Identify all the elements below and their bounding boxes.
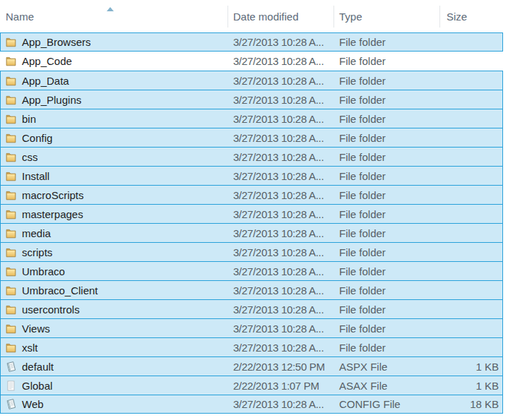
type-cell: File folder [333, 33, 439, 51]
type-cell: File folder [333, 319, 439, 337]
date-modified-cell: 3/27/2013 10:28 A... [228, 243, 333, 261]
file-rows: App_Browsers3/27/2013 10:28 A...File fol… [0, 32, 503, 414]
name-cell: App_Browsers [1, 33, 228, 51]
folder-icon [5, 342, 17, 354]
name-cell: scripts [1, 243, 228, 261]
date-modified-cell: 3/27/2013 10:28 A... [228, 395, 333, 413]
file-name: Umbraco_Client [22, 284, 98, 296]
file-row[interactable]: Config3/27/2013 10:28 A...File folder [0, 128, 503, 147]
column-header-name[interactable]: Name [6, 0, 218, 32]
type-cell: File folder [333, 52, 439, 71]
size-cell [439, 281, 502, 299]
type-cell: ASPX File [333, 357, 439, 376]
name-cell: App_Data [1, 71, 228, 90]
file-row[interactable]: bin3/27/2013 10:28 A...File folder [0, 109, 503, 128]
size-cell [439, 224, 502, 242]
folder-icon [5, 55, 17, 67]
folder-icon [5, 323, 17, 335]
column-label-type: Type [339, 11, 362, 23]
date-modified-cell: 2/22/2013 12:50 PM [228, 357, 333, 376]
folder-icon [5, 304, 17, 316]
type-cell: File folder [333, 71, 439, 90]
type-cell: File folder [333, 109, 439, 128]
file-name: Install [22, 170, 49, 182]
date-modified-cell: 3/27/2013 10:28 A... [228, 52, 333, 71]
type-cell: File folder [333, 300, 439, 318]
type-cell: File folder [333, 167, 439, 185]
date-modified-cell: 3/27/2013 10:28 A... [228, 281, 333, 299]
column-separator[interactable] [333, 6, 334, 28]
column-header-type[interactable]: Type [339, 0, 435, 32]
column-label-size: Size [447, 11, 467, 23]
file-row[interactable]: css3/27/2013 10:28 A...File folder [0, 147, 503, 166]
file-name: scripts [22, 246, 52, 258]
date-modified-cell: 3/27/2013 10:28 A... [228, 300, 333, 318]
date-modified-cell: 3/27/2013 10:28 A... [228, 90, 333, 109]
size-cell [439, 33, 502, 51]
file-name: default [22, 361, 54, 373]
name-cell: css [1, 148, 228, 166]
date-modified-cell: 3/27/2013 10:28 A... [228, 338, 333, 356]
file-row[interactable]: default2/22/2013 12:50 PMASPX File1 KB [0, 356, 503, 376]
size-cell [439, 300, 502, 318]
file-name: xslt [22, 342, 38, 354]
folder-icon [5, 132, 17, 144]
name-cell: App_Plugins [1, 90, 228, 109]
config-file-icon [5, 398, 17, 410]
type-cell: File folder [333, 338, 439, 356]
name-cell: media [1, 224, 228, 242]
date-modified-cell: 3/27/2013 10:28 A... [228, 71, 333, 90]
size-cell [439, 205, 502, 223]
name-cell: Global [1, 376, 228, 395]
file-row[interactable]: App_Code3/27/2013 10:28 A...File folder [0, 52, 503, 71]
folder-icon [5, 227, 17, 239]
file-row[interactable]: masterpages3/27/2013 10:28 A...File fold… [0, 204, 503, 223]
file-name: Global [22, 380, 52, 392]
size-cell [439, 148, 502, 166]
type-cell: File folder [333, 148, 439, 166]
date-modified-cell: 2/22/2013 1:07 PM [228, 376, 333, 395]
file-name: App_Plugins [22, 94, 81, 106]
folder-icon [5, 75, 17, 87]
name-cell: xslt [1, 338, 228, 356]
size-cell: 1 KB [439, 376, 502, 395]
name-cell: masterpages [1, 205, 228, 223]
name-cell: App_Code [1, 52, 228, 71]
file-name: Views [22, 323, 50, 335]
type-cell: File folder [333, 262, 439, 280]
file-row[interactable]: macroScripts3/27/2013 10:28 A...File fol… [0, 185, 503, 204]
column-header-date-modified[interactable]: Date modified [233, 0, 329, 32]
file-row[interactable]: Views3/27/2013 10:28 A...File folder [0, 318, 503, 337]
file-name: App_Code [22, 55, 72, 67]
file-row[interactable]: xslt3/27/2013 10:28 A...File folder [0, 337, 503, 356]
file-row[interactable]: Global2/22/2013 1:07 PMASAX File1 KB [0, 376, 503, 395]
name-cell: bin [1, 109, 228, 128]
file-name: media [22, 227, 51, 239]
file-row[interactable]: Umbraco3/27/2013 10:28 A...File folder [0, 261, 503, 280]
name-cell: Umbraco [1, 262, 228, 280]
column-separator[interactable] [439, 6, 440, 28]
column-header-size[interactable]: Size [447, 0, 500, 32]
size-cell [439, 71, 502, 90]
file-row[interactable]: App_Data3/27/2013 10:28 A...File folder [0, 71, 503, 90]
size-cell: 18 KB [439, 395, 502, 413]
name-cell: Web [1, 395, 228, 413]
file-name: bin [22, 113, 36, 125]
date-modified-cell: 3/27/2013 10:28 A... [228, 205, 333, 223]
file-row[interactable]: Install3/27/2013 10:28 A...File folder [0, 166, 503, 185]
type-cell: File folder [333, 281, 439, 299]
file-row[interactable]: Umbraco_Client3/27/2013 10:28 A...File f… [0, 280, 503, 299]
file-name: css [22, 151, 38, 163]
file-row[interactable]: media3/27/2013 10:28 A...File folder [0, 223, 503, 242]
column-separator[interactable] [228, 6, 228, 28]
folder-icon [5, 246, 17, 258]
file-row[interactable]: Web3/27/2013 10:28 A...CONFIG File18 KB [0, 395, 503, 414]
file-row[interactable]: scripts3/27/2013 10:28 A...File folder [0, 242, 503, 261]
type-cell: ASAX File [333, 376, 439, 395]
file-name: Umbraco [22, 265, 65, 277]
file-row[interactable]: App_Browsers3/27/2013 10:28 A...File fol… [0, 32, 503, 52]
file-row[interactable]: App_Plugins3/27/2013 10:28 A...File fold… [0, 90, 503, 109]
asax-file-icon [5, 380, 17, 392]
date-modified-cell: 3/27/2013 10:28 A... [228, 33, 333, 51]
file-row[interactable]: usercontrols3/27/2013 10:28 A...File fol… [0, 299, 503, 318]
